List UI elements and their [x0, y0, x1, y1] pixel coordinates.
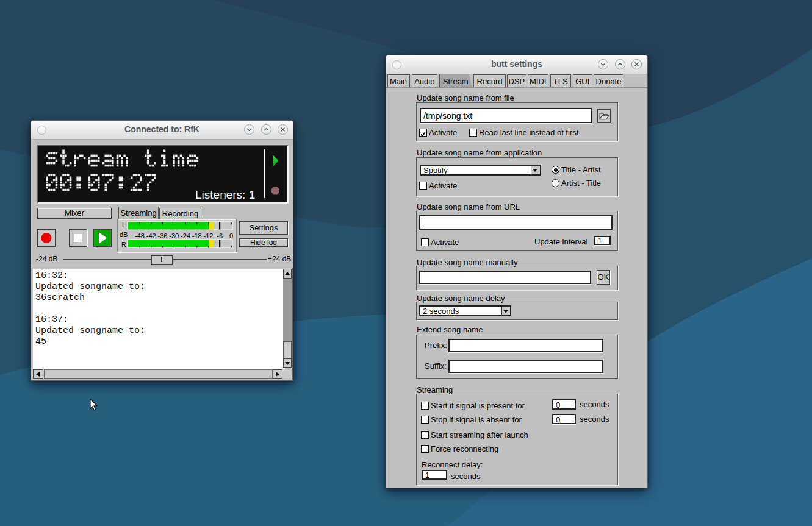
svg-text:-30: -30: [169, 232, 179, 240]
svg-text:-6: -6: [217, 232, 223, 240]
svg-text:-24: -24: [181, 232, 190, 240]
svg-text:0: 0: [229, 232, 233, 240]
svg-text:-12: -12: [204, 232, 214, 240]
svg-text:-36: -36: [158, 232, 168, 240]
svg-text:-42: -42: [146, 232, 156, 240]
svg-text:-48: -48: [135, 232, 145, 240]
svg-text:-18: -18: [192, 232, 202, 240]
